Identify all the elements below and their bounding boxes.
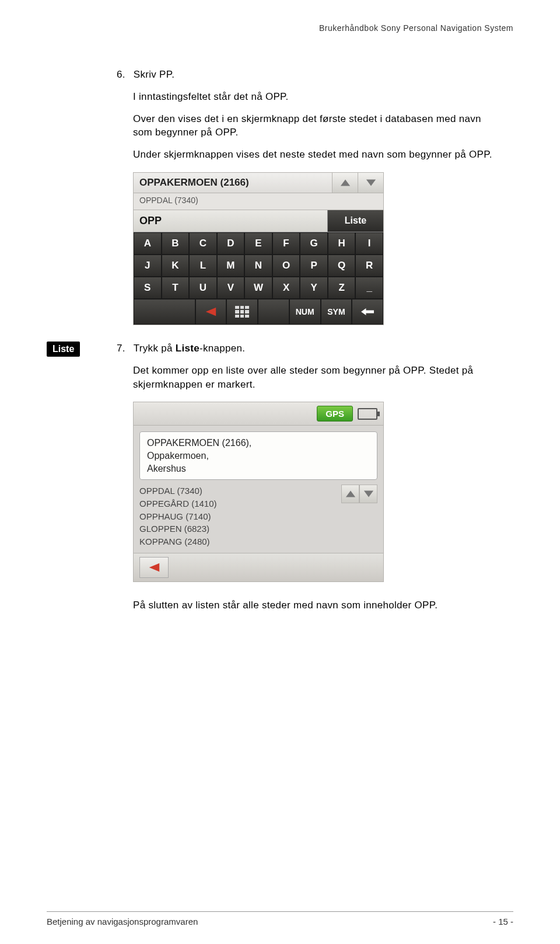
- list-item[interactable]: OPPHAUG (7140): [139, 510, 341, 523]
- blank-key-left[interactable]: [134, 299, 195, 325]
- svg-marker-6: [149, 563, 159, 572]
- step7-text1: Trykk på Liste-knappen.: [134, 342, 496, 356]
- list-item[interactable]: OPPEGÅRD (1410): [139, 497, 341, 510]
- list-item[interactable]: GLOPPEN (6823): [139, 522, 341, 535]
- keyboard-bottom-row: NUM SYM: [134, 299, 383, 325]
- blank-key-mid[interactable]: [258, 299, 289, 325]
- results-scroll-down[interactable]: [359, 485, 377, 503]
- footer-right: - 15 -: [493, 917, 513, 926]
- gps-indicator: GPS: [317, 406, 353, 422]
- suggest-down-button[interactable]: [358, 173, 383, 193]
- numpad-mode-button[interactable]: [226, 299, 258, 325]
- results-scroll-up[interactable]: [341, 485, 359, 503]
- key-w[interactable]: W: [244, 277, 272, 299]
- svg-marker-3: [361, 308, 374, 315]
- key-b[interactable]: B: [162, 232, 190, 255]
- step7-line1: 7. Trykk på Liste-knappen.: [117, 342, 496, 356]
- key-i[interactable]: I: [355, 232, 383, 255]
- key-q[interactable]: Q: [328, 255, 356, 277]
- key-t[interactable]: T: [162, 277, 190, 299]
- list-item[interactable]: OPPDAL (7340): [139, 485, 341, 497]
- backspace-button[interactable]: [352, 299, 383, 325]
- key-a[interactable]: A: [134, 232, 162, 255]
- footer-left: Betjening av navigasjonsprogramvaren: [47, 917, 198, 926]
- keyboard-widget: OPPAKERMOEN (2166) OPPDAL (7340) OPP Lis…: [133, 172, 384, 325]
- selected-result-line: Oppakermoen,: [147, 450, 370, 462]
- key-g[interactable]: G: [300, 232, 328, 255]
- key-p[interactable]: P: [300, 255, 328, 277]
- sym-button[interactable]: SYM: [321, 299, 352, 325]
- step7-pre: Trykk på: [134, 343, 176, 354]
- step7-post: -knappen.: [200, 343, 245, 354]
- key-v[interactable]: V: [217, 277, 245, 299]
- key-k[interactable]: K: [162, 255, 190, 277]
- key-e[interactable]: E: [244, 232, 272, 255]
- triangle-up-icon: [345, 490, 356, 498]
- battery-icon: [358, 408, 377, 420]
- liste-button[interactable]: Liste: [327, 210, 383, 232]
- key-j[interactable]: J: [134, 255, 162, 277]
- list-item[interactable]: KOPPANG (2480): [139, 535, 341, 548]
- svg-marker-4: [345, 491, 355, 497]
- svg-marker-1: [366, 180, 375, 186]
- results-back-button[interactable]: [139, 557, 169, 578]
- selected-result-line: OPPAKERMOEN (2166),: [147, 437, 370, 450]
- num-button[interactable]: NUM: [289, 299, 321, 325]
- key-m[interactable]: M: [217, 255, 245, 277]
- key-c[interactable]: C: [189, 232, 217, 255]
- svg-marker-0: [340, 180, 349, 186]
- results-bottombar: [134, 553, 383, 581]
- step6-line2: I inntastingsfeltet står det nå OPP.: [133, 90, 496, 104]
- other-results: OPPDAL (7340)OPPEGÅRD (1410)OPPHAUG (714…: [139, 485, 341, 548]
- page-footer: Betjening av navigasjonsprogramvaren - 1…: [47, 911, 513, 926]
- step6-number: 6.: [117, 68, 125, 82]
- step6-text1: Skriv PP.: [134, 68, 496, 82]
- suggest-sub: OPPDAL (7340): [134, 193, 383, 210]
- key-r[interactable]: R: [355, 255, 383, 277]
- key-_[interactable]: _: [355, 277, 383, 299]
- key-y[interactable]: Y: [300, 277, 328, 299]
- key-l[interactable]: L: [189, 255, 217, 277]
- key-h[interactable]: H: [328, 232, 356, 255]
- triangle-up-icon: [340, 179, 351, 187]
- triangle-down-icon: [363, 490, 374, 498]
- key-s[interactable]: S: [134, 277, 162, 299]
- triangle-left-icon: [148, 562, 160, 573]
- liste-side-badge: Liste: [47, 342, 80, 357]
- key-u[interactable]: U: [189, 277, 217, 299]
- key-z[interactable]: Z: [328, 277, 356, 299]
- backspace-arrow-icon: [361, 306, 374, 317]
- key-d[interactable]: D: [217, 232, 245, 255]
- selected-result[interactable]: OPPAKERMOEN (2166),Oppakermoen,Akershus: [139, 431, 377, 480]
- step7-line2: Det kommer opp en liste over alle steder…: [133, 364, 496, 392]
- page-header: Brukerhåndbok Sony Personal Navigation S…: [47, 23, 513, 33]
- suggest-main-button[interactable]: OPPAKERMOEN (2166): [134, 173, 332, 192]
- suggest-row: OPPAKERMOEN (2166): [134, 173, 383, 193]
- step6-line4: Under skjermknappen vises det neste sted…: [133, 148, 496, 162]
- text-input[interactable]: OPP: [134, 210, 327, 232]
- svg-marker-5: [363, 491, 373, 497]
- svg-marker-2: [206, 308, 216, 316]
- results-scroll: [341, 485, 377, 548]
- key-n[interactable]: N: [244, 255, 272, 277]
- grid-icon: [235, 306, 249, 318]
- key-o[interactable]: O: [272, 255, 300, 277]
- results-topbar: GPS: [134, 402, 383, 426]
- key-f[interactable]: F: [272, 232, 300, 255]
- step6-line1: 6. Skriv PP.: [117, 68, 496, 82]
- triangle-left-icon: [204, 306, 217, 317]
- keyboard-keys: ABCDEFGHIJKLMNOPQRSTUVWXYZ_: [134, 232, 383, 299]
- step6-line3: Over den vises det i en skjermknapp det …: [133, 112, 496, 140]
- key-x[interactable]: X: [272, 277, 300, 299]
- results-widget: GPS OPPAKERMOEN (2166),Oppakermoen,Akers…: [133, 402, 384, 582]
- triangle-down-icon: [366, 179, 376, 187]
- step7-bold: Liste: [176, 343, 200, 354]
- suggest-up-button[interactable]: [332, 173, 358, 193]
- step7-number: 7.: [117, 342, 125, 356]
- after-results-text: På slutten av listen står alle steder me…: [133, 598, 496, 612]
- back-triangle-button[interactable]: [195, 299, 227, 325]
- selected-result-line: Akershus: [147, 462, 370, 475]
